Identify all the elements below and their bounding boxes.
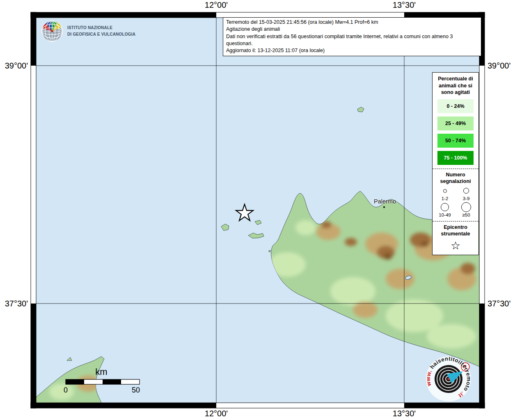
- legend-swatch-50-74: 50 - 74%: [437, 134, 474, 148]
- legend-swatch-25-49: 25 - 49%: [437, 116, 474, 130]
- scalebar-unit-label: km: [95, 367, 107, 377]
- legend-count-item: ≥50: [455, 203, 477, 217]
- count-circle-large-icon: [441, 203, 449, 211]
- legend-count-item: 10-49: [434, 203, 455, 217]
- count-label: ≥50: [462, 212, 470, 217]
- count-circle-xlarge-icon: [461, 202, 471, 212]
- axis-label-left-lat-3730: 37°30': [0, 299, 28, 308]
- ingv-name: ISTITUTO NAZIONALE DI GEOFISICA E VULCAN…: [67, 25, 135, 38]
- scalebar-max-label: 50: [132, 386, 140, 395]
- count-circle-small-icon: [443, 189, 447, 193]
- count-label: 3-9: [463, 196, 470, 201]
- legend-swatch-label: 50 - 74%: [445, 138, 466, 144]
- legend-count-title: Numero segnalazioni: [434, 171, 477, 185]
- legend-percent-title: Percentuale di animali che si sono agita…: [434, 75, 477, 96]
- legend-swatch-label: 75 - 100%: [444, 155, 467, 161]
- axis-label-bottom-lon-12: 12°00': [205, 409, 228, 418]
- ingv-globe-icon: [41, 20, 64, 43]
- legend-swatch-label: 25 - 49%: [445, 121, 466, 126]
- ingv-name-line2: DI GEOFISICA E VULCANOLOGIA: [67, 31, 135, 38]
- axis-label-top-lon-1330: 13°30': [393, 0, 416, 10]
- event-info-box: Terremoto del 15-03-2025 21:45:56 (ora l…: [223, 17, 481, 56]
- event-summary-line: Terremoto del 15-03-2025 21:45:56 (ora l…: [226, 19, 478, 26]
- ingv-logo: ISTITUTO NAZIONALE DI GEOFISICA E VULCAN…: [41, 20, 135, 43]
- axis-label-left-lat-39: 39°00': [0, 61, 28, 71]
- event-updated-line: Aggiornato il: 13-12-2025 11:07 (ora loc…: [226, 47, 478, 54]
- axis-label-bottom-lon-1330: 13°30': [393, 409, 416, 418]
- event-data-note-line: Dati non verificati estratti da 56 quest…: [226, 33, 478, 48]
- city-label-palermo: Palermo: [374, 198, 396, 205]
- legend-divider: [433, 169, 478, 169]
- map-legend: Percentuale di animali che si sono agita…: [432, 72, 479, 255]
- map-body: ? www. haisentitoilterremoto .it: [33, 18, 482, 411]
- count-label: 1-2: [442, 196, 449, 201]
- legend-divider: [433, 221, 478, 221]
- legend-count-item: 3-9: [455, 186, 477, 201]
- event-survey-type-line: Agitazione degli animali: [226, 26, 478, 33]
- legend-swatch-75-100: 75 - 100%: [437, 151, 474, 165]
- legend-count-grid: 1-2 3-9 10-49 ≥50: [434, 186, 477, 217]
- ingv-name-line1: ISTITUTO NAZIONALE: [67, 25, 135, 31]
- legend-swatch-0-24: 0 - 24%: [437, 99, 474, 113]
- sea: [36, 18, 479, 403]
- legend-count-item: 1-2: [434, 186, 455, 201]
- earthquake-felt-map: ? www. haisentitoilterremoto .it: [0, 0, 515, 420]
- axis-label-right-lat-39: 39°00': [488, 61, 510, 71]
- legend-epicenter-title: Epicentro strumentale: [434, 224, 477, 237]
- axis-label-right-lat-3730: 37°30': [488, 299, 510, 308]
- axis-label-top-lon-12: 12°00': [205, 0, 228, 10]
- count-circle-medium-icon: [463, 188, 469, 194]
- legend-swatch-label: 0 - 24%: [446, 103, 464, 109]
- palermo-city-dot: [383, 206, 385, 208]
- scalebar-min-label: 0: [64, 386, 68, 395]
- count-label: 10-49: [439, 212, 451, 217]
- epicenter-star-icon: ☆: [434, 240, 477, 251]
- scale-bar: [66, 379, 140, 384]
